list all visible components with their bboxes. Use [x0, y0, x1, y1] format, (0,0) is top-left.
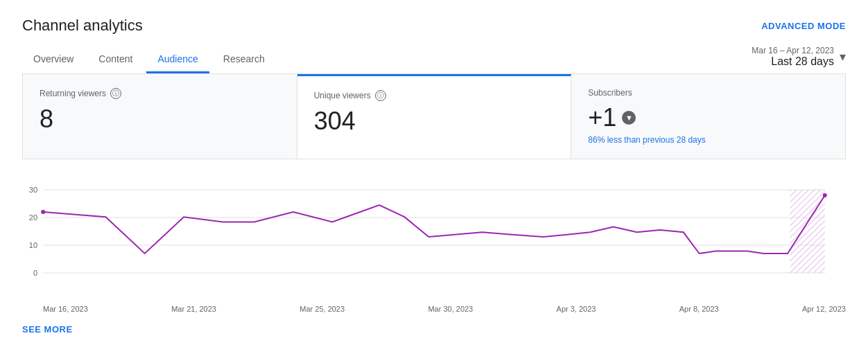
tabs-group: Overview Content Audience Research: [22, 46, 279, 73]
svg-text:0: 0: [33, 269, 37, 277]
x-label-3: Mar 30, 2023: [428, 305, 473, 313]
x-label-4: Apr 3, 2023: [557, 305, 596, 313]
x-label-6: Apr 12, 2023: [802, 305, 846, 313]
see-more-button[interactable]: SEE MORE: [22, 324, 846, 335]
date-dropdown-arrow[interactable]: ▾: [840, 49, 846, 64]
tab-overview[interactable]: Overview: [22, 46, 85, 73]
date-range-label: Last 28 days: [771, 55, 834, 68]
page-title: Channel analytics: [22, 17, 143, 35]
metric-value-subscribers: +1: [588, 103, 616, 132]
svg-point-10: [41, 210, 45, 214]
metric-card-subscribers: Subscribers +1 ▼ 86% less than previous …: [571, 74, 845, 159]
metric-label-returning: Returning viewers ⓘ: [40, 88, 280, 99]
metric-card-unique-viewers: Unique viewers ⓘ 304: [297, 74, 572, 159]
svg-text:30: 30: [29, 186, 37, 194]
metrics-row: Returning viewers ⓘ 8 Unique viewers ⓘ 3…: [22, 74, 846, 159]
metric-label-subscribers: Subscribers: [588, 88, 828, 98]
date-range-text: Mar 16 – Apr 12, 2023: [752, 46, 834, 55]
returning-viewers-info-icon[interactable]: ⓘ: [110, 88, 121, 99]
line-chart: 30 20 10 0: [22, 176, 846, 301]
metric-label-unique: Unique viewers ⓘ: [314, 90, 555, 101]
metric-sub-subscribers: 86% less than previous 28 days: [588, 135, 828, 145]
tab-content[interactable]: Content: [87, 46, 144, 73]
metric-card-returning-viewers: Returning viewers ⓘ 8: [23, 74, 297, 159]
svg-text:20: 20: [29, 213, 37, 222]
chart-section: 30 20 10 0 Mar 16,: [22, 176, 846, 313]
subscribers-down-icon: ▼: [622, 111, 636, 125]
x-label-1: Mar 21, 2023: [171, 305, 216, 313]
metric-value-unique: 304: [314, 107, 555, 136]
x-label-5: Apr 8, 2023: [679, 305, 719, 313]
advanced-mode-button[interactable]: ADVANCED MODE: [761, 21, 846, 31]
tab-research[interactable]: Research: [212, 46, 276, 73]
chart-wrapper: 30 20 10 0: [22, 176, 846, 301]
svg-text:10: 10: [29, 241, 37, 249]
date-range-section: Mar 16 – Apr 12, 2023 Last 28 days ▾: [752, 46, 846, 73]
tab-audience[interactable]: Audience: [146, 46, 209, 73]
unique-viewers-info-icon[interactable]: ⓘ: [375, 90, 386, 101]
chart-x-labels: Mar 16, 2023 Mar 21, 2023 Mar 25, 2023 M…: [22, 301, 846, 313]
x-label-2: Mar 25, 2023: [300, 305, 345, 313]
metric-value-returning: 8: [40, 105, 280, 134]
svg-point-11: [823, 193, 827, 197]
x-label-0: Mar 16, 2023: [43, 305, 88, 313]
